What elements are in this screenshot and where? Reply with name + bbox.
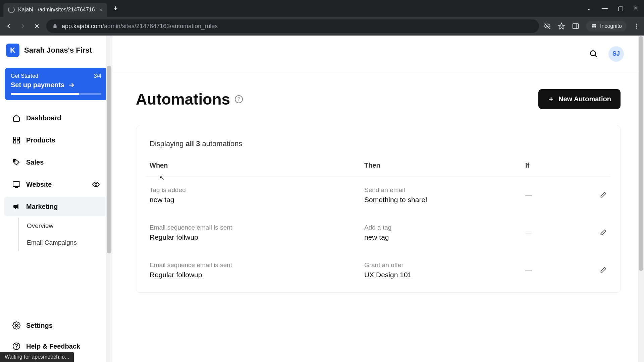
progress-bar	[11, 93, 101, 95]
get-started-cta: Set up payments	[11, 81, 64, 89]
svg-rect-7	[13, 137, 16, 139]
app-container: K Sarah Jonas's First Get Started 3/4 Se…	[0, 36, 644, 362]
window-controls: ⌄ — ▢ ×	[587, 5, 644, 12]
grid-icon	[12, 136, 21, 144]
table-header: When Then If	[146, 162, 610, 176]
gear-icon	[12, 321, 21, 330]
sidebar-scrollbar[interactable]	[106, 36, 112, 362]
table-row[interactable]: Email sequence email is sent Regular fol…	[146, 251, 610, 289]
star-icon[interactable]	[558, 22, 565, 30]
svg-point-15	[15, 324, 17, 326]
edit-button[interactable]	[599, 229, 607, 236]
svg-rect-12	[13, 182, 20, 186]
svg-point-18	[590, 51, 595, 56]
arrow-right-icon	[68, 81, 75, 89]
nav-marketing[interactable]: Marketing	[4, 197, 108, 216]
when-value: new tag	[150, 196, 364, 204]
subnav-overview[interactable]: Overview	[20, 218, 112, 234]
page-header: Automations ? New Automation	[136, 89, 621, 109]
svg-rect-0	[573, 24, 579, 29]
user-avatar[interactable]: SJ	[608, 46, 624, 62]
edit-button[interactable]	[599, 191, 607, 199]
lock-icon	[52, 23, 58, 29]
tab-dropdown-icon[interactable]: ⌄	[587, 5, 592, 12]
minimize-icon[interactable]: —	[602, 5, 608, 12]
then-type: Grant an offer	[364, 261, 525, 269]
close-window-icon[interactable]: ×	[634, 5, 637, 12]
automations-table-card: Displaying all 3 automations When Then I…	[136, 126, 621, 293]
megaphone-icon	[12, 202, 21, 211]
sidebar: K Sarah Jonas's First Get Started 3/4 Se…	[0, 36, 112, 362]
svg-point-3	[594, 26, 596, 27]
edit-button[interactable]	[599, 266, 607, 274]
help-icon	[12, 342, 21, 351]
new-automation-button[interactable]: New Automation	[538, 89, 621, 109]
site-name: Sarah Jonas's First	[24, 46, 92, 55]
close-tab-icon[interactable]: ×	[99, 6, 103, 13]
svg-rect-8	[17, 137, 19, 139]
subnav-email-campaigns[interactable]: Email Campaigns	[20, 234, 112, 251]
when-type: Email sequence email is sent	[150, 261, 364, 269]
nav-website[interactable]: Website	[4, 175, 108, 194]
nav-products[interactable]: Products	[4, 130, 108, 150]
url-input[interactable]: app.kajabi.com/admin/sites/2147647163/au…	[46, 19, 539, 33]
get-started-progress-text: 3/4	[94, 73, 101, 79]
eye-off-icon[interactable]	[544, 22, 551, 30]
main-content: SJ Automations ? New Automation Displayi…	[112, 36, 644, 362]
forward-button[interactable]	[18, 21, 28, 31]
monitor-icon	[12, 180, 21, 189]
incognito-badge[interactable]: Incognito	[586, 21, 627, 32]
get-started-card[interactable]: Get Started 3/4 Set up payments	[5, 68, 107, 100]
loading-spinner-icon	[8, 6, 15, 13]
back-button[interactable]	[4, 21, 13, 31]
address-bar: app.kajabi.com/admin/sites/2147647163/au…	[0, 17, 644, 36]
column-when: When	[150, 162, 364, 169]
tag-icon	[12, 158, 21, 167]
nav-dashboard[interactable]: Dashboard	[4, 108, 108, 128]
then-value: new tag	[364, 233, 525, 241]
maximize-icon[interactable]: ▢	[618, 5, 624, 12]
if-value: —	[525, 229, 566, 237]
then-value: Something to share!	[364, 196, 525, 204]
svg-line-19	[595, 55, 596, 57]
svg-point-4	[636, 24, 637, 25]
svg-rect-9	[13, 141, 16, 143]
svg-point-2	[592, 26, 594, 27]
if-value: —	[525, 266, 566, 274]
main-scrollbar[interactable]	[638, 36, 644, 362]
nav-sales[interactable]: Sales	[4, 153, 108, 172]
eye-icon[interactable]	[92, 180, 100, 188]
svg-point-6	[636, 27, 637, 28]
svg-rect-10	[17, 141, 19, 143]
when-value: Regular follwup	[150, 233, 364, 241]
menu-dots-icon[interactable]	[633, 23, 640, 29]
page-title: Automations	[136, 90, 230, 108]
url-text: app.kajabi.com/admin/sites/2147647163/au…	[62, 23, 218, 30]
new-tab-button[interactable]: +	[113, 4, 118, 13]
svg-point-5	[636, 25, 637, 26]
table-row[interactable]: Tag is added new tag Send an email Somet…	[146, 176, 610, 214]
displaying-count: Displaying all 3 automations	[146, 139, 610, 148]
brand-logo: K	[6, 44, 19, 57]
plus-icon	[548, 96, 554, 103]
panel-icon[interactable]	[572, 22, 579, 30]
browser-tab-strip: Kajabi - /admin/sites/214764716 × + ⌄ — …	[0, 0, 644, 17]
browser-status-bar: Waiting for api.smooch.io...	[0, 352, 74, 362]
search-button[interactable]	[589, 49, 598, 59]
then-type: Add a tag	[364, 224, 525, 231]
then-value: UX Design 101	[364, 271, 525, 279]
svg-point-11	[14, 161, 15, 162]
brand[interactable]: K Sarah Jonas's First	[0, 40, 112, 65]
browser-tab[interactable]: Kajabi - /admin/sites/214764716 ×	[3, 3, 107, 17]
table-row[interactable]: Email sequence email is sent Regular fol…	[146, 214, 610, 251]
home-icon	[12, 114, 21, 122]
help-tooltip-icon[interactable]: ?	[235, 95, 243, 103]
topbar: SJ	[112, 36, 644, 72]
if-value: —	[525, 191, 566, 199]
stop-reload-button[interactable]	[32, 21, 42, 31]
when-value: Regular followup	[150, 271, 364, 279]
incognito-icon	[591, 23, 597, 29]
tab-title: Kajabi - /admin/sites/214764716	[18, 7, 95, 13]
when-type: Tag is added	[150, 186, 364, 194]
nav-settings[interactable]: Settings	[4, 316, 108, 335]
